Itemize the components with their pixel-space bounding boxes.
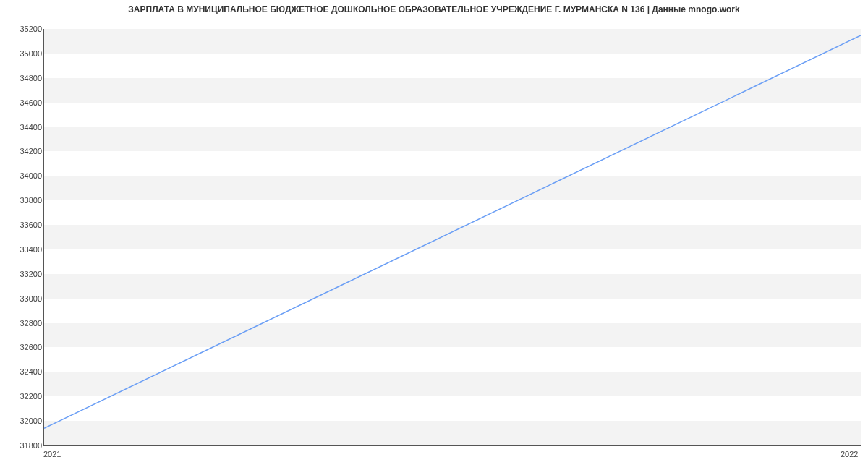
y-tick-label: 33000: [4, 294, 42, 303]
y-tick-label: 34400: [4, 123, 42, 132]
y-tick-label: 32400: [4, 367, 42, 376]
y-tick-label: 33800: [4, 196, 42, 205]
chart-container: ЗАРПЛАТА В МУНИЦИПАЛЬНОЕ БЮДЖЕТНОЕ ДОШКО…: [0, 0, 868, 470]
y-tick-label: 34600: [4, 98, 42, 107]
y-tick-label: 32000: [4, 416, 42, 425]
data-line: [44, 35, 861, 428]
chart-title: ЗАРПЛАТА В МУНИЦИПАЛЬНОЕ БЮДЖЕТНОЕ ДОШКО…: [0, 0, 868, 14]
y-tick-label: 32200: [4, 392, 42, 401]
y-tick-label: 35200: [4, 25, 42, 33]
line-series: [44, 29, 861, 445]
y-tick-label: 32600: [4, 343, 42, 351]
y-tick-label: 31800: [4, 441, 42, 450]
y-tick-label: 33400: [4, 245, 42, 254]
y-tick-label: 33200: [4, 270, 42, 278]
plot-area: [43, 29, 861, 446]
x-tick-label: 2021: [43, 450, 61, 458]
x-tick-label: 2022: [841, 450, 858, 458]
y-tick-label: 34000: [4, 171, 42, 180]
y-tick-label: 34200: [4, 147, 42, 155]
y-tick-label: 33600: [4, 221, 42, 229]
y-tick-label: 34800: [4, 74, 42, 82]
y-tick-label: 35000: [4, 49, 42, 58]
y-tick-label: 32800: [4, 319, 42, 328]
